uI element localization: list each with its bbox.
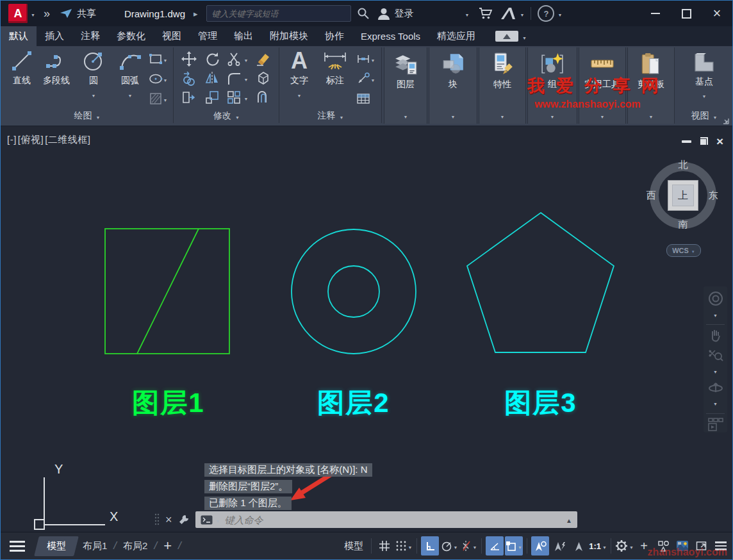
osnap-caret-icon[interactable]	[518, 541, 522, 551]
layers-panel-caret-icon[interactable]	[404, 110, 408, 120]
polar-caret-icon[interactable]	[454, 541, 458, 551]
utilities-panel-caret-icon[interactable]	[600, 110, 605, 120]
copy-tool[interactable]	[180, 69, 198, 87]
command-tools-wrench-icon[interactable]	[178, 514, 190, 525]
tab-insert[interactable]: 插入	[37, 26, 72, 46]
annotation-autoscale-toggle[interactable]	[550, 536, 568, 556]
offset-tool[interactable]	[254, 88, 272, 106]
properties-panel-button[interactable]: 特性	[479, 47, 526, 124]
new-layout-button[interactable]: +	[163, 539, 172, 553]
tab-annotate[interactable]: 注释	[72, 26, 108, 46]
scale-list-button[interactable]: 1:1	[589, 536, 607, 556]
table-tool[interactable]	[354, 90, 372, 108]
box-tool[interactable]	[254, 69, 272, 87]
object-snap-toggle[interactable]	[505, 536, 523, 556]
arc-caret-icon[interactable]	[128, 89, 133, 99]
text-caret-icon[interactable]	[297, 89, 302, 99]
draw-panel-title[interactable]: 绘图	[1, 109, 174, 123]
text-tool[interactable]: 文字	[285, 49, 313, 99]
polar-tracking-toggle[interactable]	[440, 536, 458, 556]
tab-parametric[interactable]: 参数化	[108, 26, 154, 46]
block-panel-button[interactable]: 块	[429, 47, 477, 124]
tab-default[interactable]: 默认	[1, 26, 37, 46]
annotation-visibility-toggle[interactable]	[531, 536, 549, 556]
app-menu-button[interactable]: A	[8, 4, 28, 23]
layer2-text[interactable]: 图层2	[296, 385, 411, 421]
autodesk-logo-icon[interactable]	[500, 7, 516, 20]
polyline-tool[interactable]: 多段线	[38, 49, 75, 86]
basepoint-caret-icon[interactable]	[702, 90, 707, 100]
line-tool[interactable]: 直线	[7, 49, 37, 86]
stretch-tool[interactable]	[180, 88, 198, 106]
ribbon-display-toggle[interactable]	[495, 31, 518, 42]
block-panel-caret-icon[interactable]	[451, 110, 456, 120]
ellipse-caret-icon[interactable]	[162, 70, 169, 88]
tab-output[interactable]: 输出	[226, 26, 261, 46]
share-button[interactable]: 共享	[60, 8, 96, 20]
mirror-tool[interactable]	[203, 69, 221, 87]
object-snap-tracking-toggle[interactable]	[459, 536, 477, 556]
array-caret-icon[interactable]	[243, 88, 249, 106]
cart-icon[interactable]	[478, 7, 492, 20]
groups-panel-caret-icon[interactable]	[550, 110, 555, 120]
login-button[interactable]: 登录	[395, 8, 414, 20]
search-box[interactable]	[206, 5, 351, 22]
fillet-tool[interactable]	[225, 69, 243, 87]
help-button[interactable]	[538, 5, 554, 22]
layers-panel-button[interactable]: 图层	[384, 47, 427, 124]
linear-caret-icon[interactable]	[370, 50, 376, 68]
login-caret-icon[interactable]	[465, 8, 470, 19]
trim-tool[interactable]	[225, 50, 243, 68]
otrack-caret-icon[interactable]	[473, 541, 477, 551]
command-input[interactable]	[223, 514, 563, 526]
annotation-scale-button[interactable]	[570, 536, 588, 556]
hatch-caret-icon[interactable]	[162, 90, 169, 108]
workspace-switching-button[interactable]	[615, 536, 634, 556]
document-flyout-icon[interactable]	[194, 8, 198, 19]
erase-tool[interactable]	[254, 50, 272, 68]
tab-express-tools[interactable]: Express Tools	[352, 26, 429, 46]
layout1-tab[interactable]: 布局1	[83, 540, 107, 552]
diagonal-line-shape[interactable]	[137, 229, 199, 354]
command-close-icon[interactable]	[165, 514, 172, 525]
leader-caret-icon[interactable]	[370, 70, 376, 88]
tab-manage[interactable]: 管理	[190, 26, 226, 46]
workspace-caret-icon[interactable]	[629, 541, 634, 551]
snap-toggle[interactable]	[395, 536, 413, 556]
annotate-panel-title[interactable]: 注释	[279, 109, 382, 123]
move-tool[interactable]	[180, 50, 198, 68]
rotate-tool[interactable]	[203, 50, 221, 68]
close-button[interactable]	[702, 1, 732, 26]
command-prompt-icon[interactable]	[201, 515, 213, 525]
layer3-text[interactable]: 图层3	[483, 385, 598, 421]
layout-menu-button[interactable]	[10, 541, 25, 552]
tab-addins[interactable]: 附加模块	[261, 26, 317, 46]
tab-view[interactable]: 视图	[154, 26, 190, 46]
isodraft-toggle[interactable]	[486, 536, 504, 556]
circle-caret-icon[interactable]	[92, 89, 96, 99]
search-input[interactable]	[207, 9, 350, 19]
model-space-button[interactable]: 模型	[344, 540, 363, 552]
maximize-button[interactable]	[671, 1, 702, 26]
basepoint-label[interactable]: 基点	[695, 76, 713, 88]
pentagon-shape[interactable]	[467, 213, 614, 352]
snap-caret-icon[interactable]	[408, 541, 413, 551]
help-caret-icon[interactable]	[557, 8, 562, 19]
clipboard-panel-caret-icon[interactable]	[649, 110, 654, 120]
arc-tool[interactable]: 圆弧	[113, 49, 147, 99]
outer-circle-shape[interactable]	[292, 229, 416, 354]
inner-circle-shape[interactable]	[328, 266, 379, 317]
dimension-tool[interactable]: 标注	[318, 49, 352, 86]
quick-access-overflow-icon[interactable]	[44, 7, 50, 21]
layout2-tab[interactable]: 布局2	[123, 540, 147, 552]
layer1-text[interactable]: 图层1	[111, 385, 226, 421]
trim-caret-icon[interactable]	[243, 50, 249, 68]
grid-toggle[interactable]	[375, 536, 393, 556]
command-prompt-caret-icon[interactable]	[216, 515, 220, 525]
tab-featured-apps[interactable]: 精选应用	[429, 26, 484, 46]
tab-collaborate[interactable]: 协作	[317, 26, 352, 46]
drawing-area[interactable]: [-] [俯视] [二维线框] 北 西 东 南 上 WCS	[1, 126, 732, 532]
scale-tool[interactable]	[203, 88, 221, 106]
modify-panel-title[interactable]: 修改	[174, 109, 279, 123]
ortho-toggle[interactable]	[421, 536, 439, 556]
